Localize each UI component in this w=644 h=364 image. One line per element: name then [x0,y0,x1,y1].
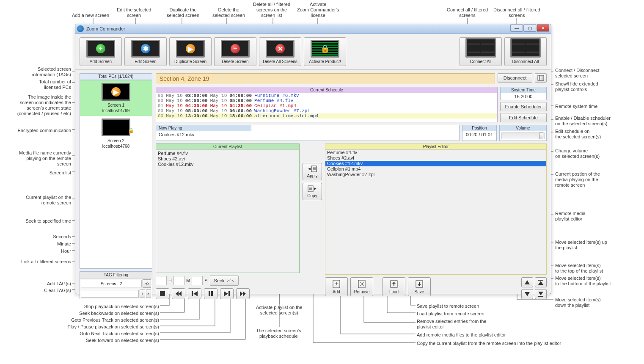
screen-list[interactable]: ▶ Screen 1 localhost:4769 Screen 2 local… [80,80,152,269]
callout: Seek forward on selected screen(s) [72,338,159,343]
second-input[interactable] [192,276,203,285]
toolbar: + Add Screen ✱ Edit Screen ▶ Duplicate S… [75,34,551,70]
delete-screen-button[interactable]: – Delete Screen [214,37,256,66]
callout: Clear TAG(s) [25,288,71,293]
add-tag-button[interactable]: + [140,290,145,298]
editor-item[interactable]: Cookies #12.mkv [325,161,546,166]
svg-rect-19 [308,186,313,192]
playlist-item[interactable]: Perfume #4.flv [158,151,297,156]
screen-item[interactable]: ▶ Screen 1 localhost:4769 [80,80,152,116]
lock-icon: 🔒 [128,128,134,133]
link-screens-button[interactable]: ⟲ [143,279,151,288]
editor-item[interactable]: WashingPowder #7.zpl [325,172,546,177]
connect-all-icon [465,38,496,58]
volume-slider[interactable] [501,132,545,139]
callout: Change volumeon selected screen(s) [555,148,600,159]
callout: Play / Pause playback on selected screen… [59,324,159,330]
move-down-button[interactable] [521,289,533,299]
prev-track-button[interactable] [188,288,201,299]
svg-rect-26 [358,280,365,288]
svg-marker-4 [176,291,179,296]
copy-playlist-button[interactable]: Copy [303,183,322,200]
playlist-item[interactable]: Cookies #12.mkv [158,162,297,167]
playlist-item[interactable]: Shoes #2.avi [158,156,297,162]
schedule-body[interactable]: 00 May 1903:00:00 May 1904:00:00 Furnitu… [156,93,497,119]
close-button[interactable]: ✕ [537,24,549,32]
editor-item[interactable]: Cellplan #1.mp4 [325,166,546,172]
hour-input[interactable] [156,276,167,285]
delete-all-screens-button[interactable]: ✕ Delete All Screens [259,37,301,66]
connect-all-button[interactable]: Connect All [460,37,502,66]
screen-item[interactable]: Screen 2 localhost:4768 🔒 [80,116,152,152]
duplicate-screen-button[interactable]: ▶ Duplicate Screen [169,37,212,66]
callout: Remote system time [555,104,597,109]
disconnect-button[interactable]: Disconnect [498,73,532,83]
play-pause-button[interactable] [204,288,217,299]
callout: Remote mediaplaylist editor [555,211,586,222]
add-screen-button[interactable]: + Add Screen [80,37,122,66]
current-playlist-body[interactable]: Perfume #4.flvShoes #2.aviCookies #12.mk… [156,150,299,168]
edit-screen-button[interactable]: ✱ Edit Screen [124,37,167,66]
callout: Copy the current playlist from the remot… [417,341,561,346]
screens-count-field[interactable] [81,280,142,287]
add-screen-icon: + [86,40,115,58]
callout: Media file name currentlyplaying on the … [4,150,71,167]
now-playing-file: Cookies #12.mkv [156,131,459,138]
svg-marker-5 [179,291,182,296]
clear-tag-button[interactable]: × [146,290,151,298]
svg-line-28 [360,282,363,286]
toggle-extended-button[interactable] [535,73,547,83]
callout: Move selected item(s)to the bottom of th… [555,276,611,287]
schedule-row[interactable]: 00 May 1905:00:00 May 1906:00:00 Washing… [156,108,497,113]
svg-rect-0 [538,75,544,80]
seek-icon [226,279,235,283]
playlist-editor-panel: Playlist Editor Perfume #4.flvShoes #2.a… [325,143,547,275]
seek-button[interactable]: Seek [210,276,238,286]
schedule-row[interactable]: 00 May 1913:30:00 May 1918:00:00 afterno… [156,113,497,119]
total-pcs-label: Total PCs (1/1024) [80,73,152,80]
pl-save-button[interactable]: Save [408,277,431,296]
callout: Current playlist on theremote screen [13,195,71,206]
callout: Connect / Disconnectselected screen [555,68,600,79]
delete-all-icon: ✕ [266,40,294,58]
maximize-button[interactable]: ▢ [523,24,536,32]
stop-button[interactable] [156,288,169,299]
position-panel: Position 00:20 / 01:01 [462,125,497,141]
disconnect-all-button[interactable]: Disconnect All [504,37,547,66]
callout: Move selected item(s)to the top of the p… [555,263,603,274]
callout: Hour [25,248,71,254]
seek-forward-button[interactable] [236,288,250,299]
apply-playlist-button[interactable]: Apply [303,163,322,180]
playlist-editor-body[interactable]: Perfume #4.flvShoes #2.aviCookies #12.mk… [325,150,546,177]
edit-schedule-button[interactable]: Edit Schedule [500,113,547,122]
schedule-row[interactable]: 01 May 1904:30:00 May 1904:35:00 Cellpla… [156,103,497,108]
svg-marker-12 [240,291,243,296]
callout: Remove selected entries from theplaylist… [417,319,486,330]
system-time-panel: System Time 16:20:00 [500,87,547,100]
move-top-button[interactable] [535,277,547,287]
move-up-button[interactable] [521,277,533,287]
pl-load-button[interactable]: Load [383,277,405,296]
sidebar: Total PCs (1/1024) ▶ Screen 1 localhost:… [80,73,152,299]
move-bottom-button[interactable] [535,289,547,299]
svg-marker-35 [538,281,543,285]
schedule-row[interactable]: 00 May 1904:00:00 May 1905:00:00 Perfume… [156,98,497,103]
activate-product-button[interactable]: 🔒 Activate Product! [304,37,346,66]
svg-marker-13 [243,291,246,296]
schedule-row[interactable]: 00 May 1903:00:00 May 1904:00:00 Furnitu… [156,93,497,98]
callout: Link all / filtered screens [6,259,71,265]
callout: Delete all / filteredscreens on thescree… [253,2,290,18]
minimize-button[interactable]: — [510,24,523,32]
copy-icon [307,185,317,193]
pl-add-button[interactable]: + Add [325,277,348,296]
tag-input[interactable] [81,290,139,298]
enable-scheduler-button[interactable]: Enable Scheduler [500,102,547,111]
next-track-button[interactable] [220,288,234,299]
minute-input[interactable] [173,276,184,285]
pl-remove-button[interactable]: Remove [350,277,373,296]
callout: Enable / Disable scheduleron the selecte… [555,116,611,127]
seek-back-button[interactable] [172,288,185,299]
editor-item[interactable]: Shoes #2.avi [325,155,546,161]
callout: Minute [25,241,71,247]
editor-item[interactable]: Perfume #4.flv [325,150,546,155]
